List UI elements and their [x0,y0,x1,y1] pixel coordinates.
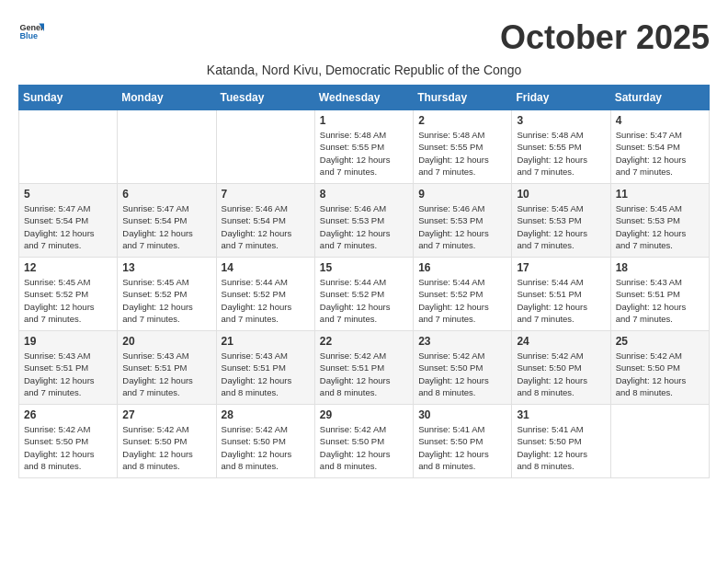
page-header: General Blue October 2025 [18,18,710,57]
location-title: Katanda, Nord Kivu, Democratic Republic … [18,63,710,77]
day-info: Sunrise: 5:41 AM Sunset: 5:50 PM Dayligh… [418,423,506,472]
day-info: Sunrise: 5:46 AM Sunset: 5:54 PM Dayligh… [222,202,310,251]
day-info: Sunrise: 5:45 AM Sunset: 5:53 PM Dayligh… [616,202,704,251]
day-number: 2 [418,114,506,127]
logo: General Blue [18,18,44,44]
day-number: 9 [418,188,506,201]
day-info: Sunrise: 5:45 AM Sunset: 5:53 PM Dayligh… [517,202,605,251]
day-number: 8 [320,188,408,201]
day-number: 21 [222,335,310,348]
calendar-cell: 23Sunrise: 5:42 AM Sunset: 5:50 PM Dayli… [414,331,512,405]
day-number: 31 [517,408,605,421]
calendar-cell: 28Sunrise: 5:42 AM Sunset: 5:50 PM Dayli… [216,405,314,478]
header-saturday: Saturday [610,86,709,110]
day-number: 19 [24,335,112,348]
calendar-cell: 20Sunrise: 5:43 AM Sunset: 5:51 PM Dayli… [118,331,216,405]
calendar-cell: 15Sunrise: 5:44 AM Sunset: 5:52 PM Dayli… [314,258,413,331]
calendar-cell: 29Sunrise: 5:42 AM Sunset: 5:50 PM Dayli… [314,405,413,478]
day-info: Sunrise: 5:46 AM Sunset: 5:53 PM Dayligh… [418,202,506,251]
day-number: 17 [517,261,605,274]
day-info: Sunrise: 5:45 AM Sunset: 5:52 PM Dayligh… [24,276,112,325]
day-number: 13 [122,261,210,274]
day-number: 3 [517,114,605,127]
day-info: Sunrise: 5:48 AM Sunset: 5:55 PM Dayligh… [517,129,605,178]
calendar-cell: 12Sunrise: 5:45 AM Sunset: 5:52 PM Dayli… [19,258,118,331]
calendar-cell: 31Sunrise: 5:41 AM Sunset: 5:50 PM Dayli… [512,405,610,478]
calendar-table: SundayMondayTuesdayWednesdayThursdayFrid… [18,85,710,478]
calendar-cell: 30Sunrise: 5:41 AM Sunset: 5:50 PM Dayli… [414,405,512,478]
calendar-week-row: 5Sunrise: 5:47 AM Sunset: 5:54 PM Daylig… [19,184,710,258]
day-number: 12 [24,261,112,274]
calendar-cell: 14Sunrise: 5:44 AM Sunset: 5:52 PM Dayli… [216,258,314,331]
day-info: Sunrise: 5:47 AM Sunset: 5:54 PM Dayligh… [122,202,210,251]
day-info: Sunrise: 5:44 AM Sunset: 5:52 PM Dayligh… [320,276,408,325]
header-thursday: Thursday [414,86,512,110]
day-number: 16 [418,261,506,274]
calendar-cell [610,405,709,478]
calendar-week-row: 12Sunrise: 5:45 AM Sunset: 5:52 PM Dayli… [19,258,710,331]
calendar-cell: 3Sunrise: 5:48 AM Sunset: 5:55 PM Daylig… [512,110,610,184]
day-info: Sunrise: 5:42 AM Sunset: 5:50 PM Dayligh… [418,350,506,398]
day-number: 1 [320,114,408,127]
day-number: 4 [616,114,704,127]
day-number: 22 [320,335,408,348]
day-info: Sunrise: 5:46 AM Sunset: 5:53 PM Dayligh… [320,202,408,251]
calendar-cell: 21Sunrise: 5:43 AM Sunset: 5:51 PM Dayli… [216,331,314,405]
day-info: Sunrise: 5:44 AM Sunset: 5:52 PM Dayligh… [418,276,506,325]
calendar-cell: 19Sunrise: 5:43 AM Sunset: 5:51 PM Dayli… [19,331,118,405]
day-number: 28 [222,408,310,421]
day-info: Sunrise: 5:44 AM Sunset: 5:51 PM Dayligh… [517,276,605,325]
calendar-cell: 18Sunrise: 5:43 AM Sunset: 5:51 PM Dayli… [610,258,709,331]
calendar-cell: 22Sunrise: 5:42 AM Sunset: 5:51 PM Dayli… [314,331,413,405]
calendar-cell: 17Sunrise: 5:44 AM Sunset: 5:51 PM Dayli… [512,258,610,331]
day-info: Sunrise: 5:48 AM Sunset: 5:55 PM Dayligh… [418,129,506,178]
day-info: Sunrise: 5:48 AM Sunset: 5:55 PM Dayligh… [320,129,408,178]
day-info: Sunrise: 5:43 AM Sunset: 5:51 PM Dayligh… [616,276,704,325]
calendar-cell: 2Sunrise: 5:48 AM Sunset: 5:55 PM Daylig… [414,110,512,184]
day-number: 5 [24,188,112,201]
day-info: Sunrise: 5:42 AM Sunset: 5:50 PM Dayligh… [122,423,210,472]
calendar-cell: 7Sunrise: 5:46 AM Sunset: 5:54 PM Daylig… [216,184,314,258]
calendar-cell: 16Sunrise: 5:44 AM Sunset: 5:52 PM Dayli… [414,258,512,331]
calendar-cell: 26Sunrise: 5:42 AM Sunset: 5:50 PM Dayli… [19,405,118,478]
day-info: Sunrise: 5:42 AM Sunset: 5:50 PM Dayligh… [24,423,112,472]
calendar-cell: 27Sunrise: 5:42 AM Sunset: 5:50 PM Dayli… [118,405,216,478]
day-number: 20 [122,335,210,348]
svg-text:Blue: Blue [19,31,38,40]
calendar-cell [118,110,216,184]
calendar-cell: 9Sunrise: 5:46 AM Sunset: 5:53 PM Daylig… [414,184,512,258]
day-number: 29 [320,408,408,421]
calendar-cell: 4Sunrise: 5:47 AM Sunset: 5:54 PM Daylig… [610,110,709,184]
day-number: 7 [222,188,310,201]
day-info: Sunrise: 5:43 AM Sunset: 5:51 PM Dayligh… [122,350,210,398]
day-number: 25 [616,335,704,348]
header-friday: Friday [512,86,610,110]
day-info: Sunrise: 5:42 AM Sunset: 5:50 PM Dayligh… [320,423,408,472]
day-info: Sunrise: 5:42 AM Sunset: 5:50 PM Dayligh… [517,350,605,398]
day-info: Sunrise: 5:44 AM Sunset: 5:52 PM Dayligh… [222,276,310,325]
day-info: Sunrise: 5:42 AM Sunset: 5:50 PM Dayligh… [616,350,704,398]
day-number: 11 [616,188,704,201]
calendar-cell: 11Sunrise: 5:45 AM Sunset: 5:53 PM Dayli… [610,184,709,258]
day-number: 6 [122,188,210,201]
calendar-cell: 10Sunrise: 5:45 AM Sunset: 5:53 PM Dayli… [512,184,610,258]
header-wednesday: Wednesday [314,86,413,110]
day-info: Sunrise: 5:47 AM Sunset: 5:54 PM Dayligh… [616,129,704,178]
calendar-cell: 25Sunrise: 5:42 AM Sunset: 5:50 PM Dayli… [610,331,709,405]
day-number: 10 [517,188,605,201]
day-number: 27 [122,408,210,421]
calendar-cell: 1Sunrise: 5:48 AM Sunset: 5:55 PM Daylig… [314,110,413,184]
calendar-cell: 13Sunrise: 5:45 AM Sunset: 5:52 PM Dayli… [118,258,216,331]
day-info: Sunrise: 5:43 AM Sunset: 5:51 PM Dayligh… [222,350,310,398]
day-number: 14 [222,261,310,274]
calendar-header-row: SundayMondayTuesdayWednesdayThursdayFrid… [19,86,710,110]
calendar-week-row: 1Sunrise: 5:48 AM Sunset: 5:55 PM Daylig… [19,110,710,184]
calendar-week-row: 19Sunrise: 5:43 AM Sunset: 5:51 PM Dayli… [19,331,710,405]
day-number: 15 [320,261,408,274]
header-tuesday: Tuesday [216,86,314,110]
day-number: 26 [24,408,112,421]
calendar-week-row: 26Sunrise: 5:42 AM Sunset: 5:50 PM Dayli… [19,405,710,478]
calendar-cell: 5Sunrise: 5:47 AM Sunset: 5:54 PM Daylig… [19,184,118,258]
month-title: October 2025 [500,18,710,57]
calendar-cell [19,110,118,184]
